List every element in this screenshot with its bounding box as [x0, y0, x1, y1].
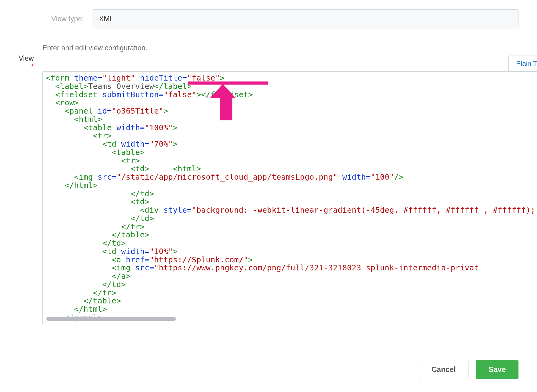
- required-indicator: *: [31, 63, 34, 71]
- cancel-button[interactable]: Cancel: [419, 360, 468, 379]
- view-type-row: View type: XML: [19, 9, 518, 28]
- view-help-text: Enter and edit view configuration.: [42, 44, 537, 52]
- plain-text-button[interactable]: Plain Text: [508, 56, 537, 71]
- horizontal-scrollbar-track[interactable]: [46, 316, 537, 322]
- view-label: View *: [19, 44, 42, 71]
- view-type-value: XML: [99, 15, 114, 23]
- code-editor-container: <form theme="light" hideTitle="false"> <…: [42, 71, 537, 325]
- view-type-select[interactable]: XML: [93, 9, 518, 28]
- view-type-label: View type:: [19, 9, 93, 23]
- code-editor[interactable]: <form theme="light" hideTitle="false"> <…: [43, 72, 537, 325]
- dialog-footer: Cancel Save: [0, 349, 537, 379]
- horizontal-scrollbar-thumb[interactable]: [46, 317, 176, 321]
- view-row: View * Enter and edit view configuration…: [19, 44, 518, 325]
- save-button[interactable]: Save: [476, 360, 518, 379]
- annotation-arrow-icon: [217, 84, 236, 120]
